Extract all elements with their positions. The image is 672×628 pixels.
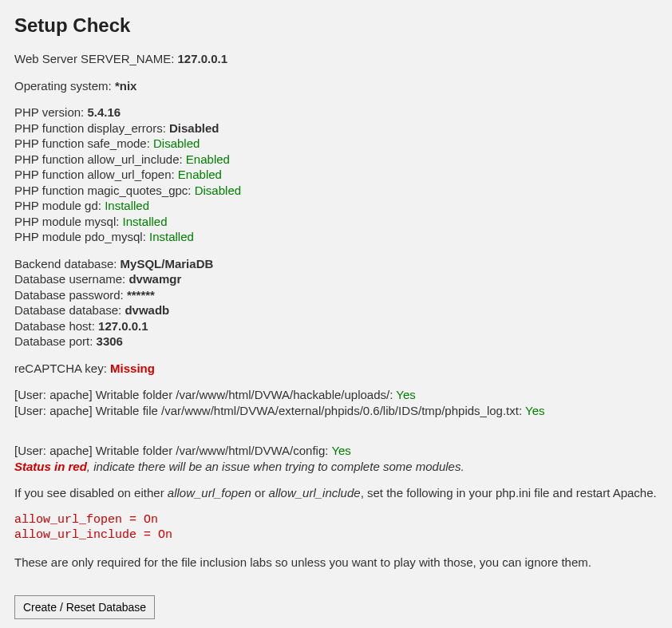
os-line: Operating system: *nix [14,78,658,94]
status-red-rest: , indicate there will be an issue when t… [87,460,464,473]
os-label: Operating system: [14,79,115,93]
writable-uploads-label: [User: apache] Writable folder /var/www/… [14,388,396,401]
writable-phpids-label: [User: apache] Writable file /var/www/ht… [14,404,525,417]
php-magic-quotes-gpc-value: Disabled [195,184,241,197]
php-module-mysql-label: PHP module mysql: [14,215,123,228]
allow-url-include-italic: allow_url_include [269,486,361,500]
db-backend-value: MySQL/MariaDB [121,257,214,271]
php-display-errors-label: PHP function display_errors: [14,121,169,135]
db-password-value: ****** [127,288,155,302]
db-host-label: Database host: [14,319,98,333]
create-reset-database-button[interactable]: Create / Reset Database [14,595,155,619]
php-module-pdo-mysql-label: PHP module pdo_mysql: [14,230,149,243]
php-module-mysql-value: Installed [123,215,168,228]
db-password-label: Database password: [14,288,127,302]
db-block: Backend database: MySQL/MariaDB Database… [14,256,658,350]
writable-uploads-value: Yes [396,388,415,401]
writable-config-label: [User: apache] Writable folder /var/www/… [14,444,331,457]
php-module-pdo-mysql-value: Installed [149,230,194,243]
footer-note: These are only required for the file inc… [14,555,591,569]
php-safe-mode-label: PHP function safe_mode: [14,136,153,150]
recaptcha-label: reCAPTCHA key: [14,361,110,375]
writable-phpids-value: Yes [525,404,544,417]
php-module-gd-label: PHP module gd: [14,199,105,212]
server-name-value: 127.0.0.1 [178,52,228,65]
allow-url-fopen-italic: allow_url_fopen [168,486,251,500]
db-username-label: Database username: [14,272,128,286]
code-line-2: allow_url_include = On [14,527,658,543]
php-allow-url-include-value: Enabled [186,152,230,166]
php-allow-url-include-label: PHP function allow_url_include: [14,152,186,166]
server-name-label: Web Server SERVER_NAME: [14,52,178,65]
recaptcha-value: Missing [110,361,155,375]
writable-block-1: [User: apache] Writable folder /var/www/… [14,387,658,418]
db-port-label: Database port: [14,334,97,348]
php-display-errors-value: Disabled [169,121,219,135]
php-safe-mode-value: Disabled [153,136,200,150]
code-block: allow_url_fopen = On allow_url_include =… [14,512,658,543]
or-text: or [251,486,269,500]
disabled-note: If you see disabled on either allow_url_… [14,485,658,501]
db-database-label: Database database: [14,303,125,317]
code-line-1: allow_url_fopen = On [14,512,658,528]
db-username-value: dvwamgr [128,272,181,286]
db-backend-label: Backend database: [14,257,121,271]
writable-block-2: [User: apache] Writable folder /var/www/… [14,443,658,474]
db-port-value: 3306 [97,334,123,348]
php-block: PHP version: 5.4.16 PHP function display… [14,105,658,245]
disabled-suffix: , set the following in your php.ini file… [361,486,657,500]
status-red-label: Status in red [14,460,87,473]
php-magic-quotes-gpc-label: PHP function magic_quotes_gpc: [14,184,195,197]
php-allow-url-fopen-label: PHP function allow_url_fopen: [14,168,178,181]
php-allow-url-fopen-value: Enabled [178,168,222,181]
db-host-value: 127.0.0.1 [98,319,148,333]
php-module-gd-value: Installed [105,199,149,212]
db-database-value: dvwadb [125,303,169,317]
disabled-prefix: If you see disabled on either [14,486,168,500]
page-title: Setup Check [14,14,658,37]
php-version-value: 5.4.16 [87,105,121,119]
server-name-line: Web Server SERVER_NAME: 127.0.0.1 [14,51,658,67]
writable-config-value: Yes [331,444,350,457]
php-version-label: PHP version: [14,105,87,119]
os-value: *nix [115,79,137,93]
